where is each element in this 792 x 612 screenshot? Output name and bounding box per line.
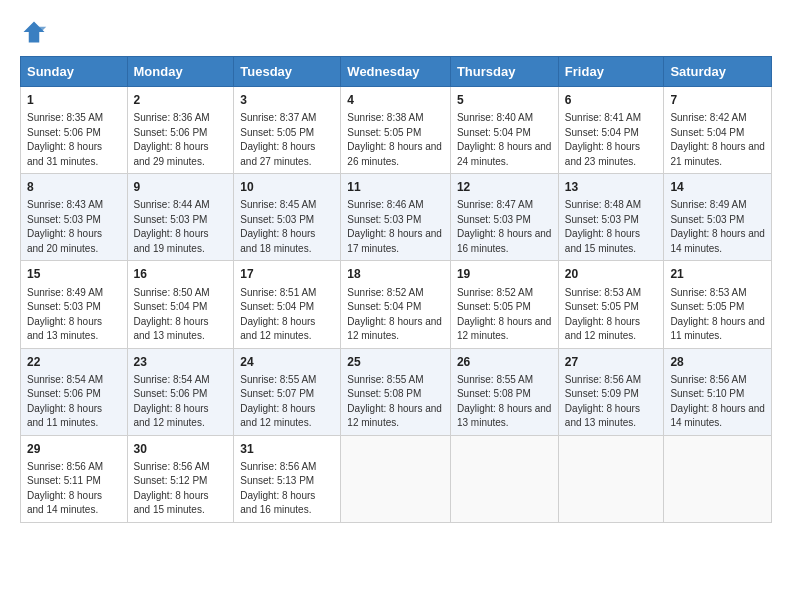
calendar-week-4: 22Sunrise: 8:54 AM Sunset: 5:06 PM Dayli… bbox=[21, 348, 772, 435]
day-number: 1 bbox=[27, 92, 121, 108]
day-number: 14 bbox=[670, 179, 765, 195]
weekday-header-friday: Friday bbox=[558, 57, 664, 87]
day-info: Sunrise: 8:45 AM Sunset: 5:03 PM Dayligh… bbox=[240, 199, 316, 254]
day-info: Sunrise: 8:54 AM Sunset: 5:06 PM Dayligh… bbox=[27, 374, 103, 429]
day-info: Sunrise: 8:36 AM Sunset: 5:06 PM Dayligh… bbox=[134, 112, 210, 167]
calendar-cell: 12Sunrise: 8:47 AM Sunset: 5:03 PM Dayli… bbox=[450, 174, 558, 261]
calendar-cell: 4Sunrise: 8:38 AM Sunset: 5:05 PM Daylig… bbox=[341, 87, 451, 174]
calendar-cell: 9Sunrise: 8:44 AM Sunset: 5:03 PM Daylig… bbox=[127, 174, 234, 261]
calendar-week-2: 8Sunrise: 8:43 AM Sunset: 5:03 PM Daylig… bbox=[21, 174, 772, 261]
day-number: 18 bbox=[347, 266, 444, 282]
calendar-cell: 11Sunrise: 8:46 AM Sunset: 5:03 PM Dayli… bbox=[341, 174, 451, 261]
day-info: Sunrise: 8:44 AM Sunset: 5:03 PM Dayligh… bbox=[134, 199, 210, 254]
day-number: 30 bbox=[134, 441, 228, 457]
day-number: 16 bbox=[134, 266, 228, 282]
day-info: Sunrise: 8:53 AM Sunset: 5:05 PM Dayligh… bbox=[670, 287, 765, 342]
day-info: Sunrise: 8:55 AM Sunset: 5:08 PM Dayligh… bbox=[457, 374, 552, 429]
day-info: Sunrise: 8:56 AM Sunset: 5:12 PM Dayligh… bbox=[134, 461, 210, 516]
calendar-cell: 8Sunrise: 8:43 AM Sunset: 5:03 PM Daylig… bbox=[21, 174, 128, 261]
calendar-cell: 29Sunrise: 8:56 AM Sunset: 5:11 PM Dayli… bbox=[21, 435, 128, 522]
day-info: Sunrise: 8:56 AM Sunset: 5:10 PM Dayligh… bbox=[670, 374, 765, 429]
day-info: Sunrise: 8:48 AM Sunset: 5:03 PM Dayligh… bbox=[565, 199, 641, 254]
calendar-cell: 17Sunrise: 8:51 AM Sunset: 5:04 PM Dayli… bbox=[234, 261, 341, 348]
day-number: 8 bbox=[27, 179, 121, 195]
day-info: Sunrise: 8:56 AM Sunset: 5:11 PM Dayligh… bbox=[27, 461, 103, 516]
day-number: 17 bbox=[240, 266, 334, 282]
calendar-cell: 15Sunrise: 8:49 AM Sunset: 5:03 PM Dayli… bbox=[21, 261, 128, 348]
day-number: 28 bbox=[670, 354, 765, 370]
calendar-cell: 1Sunrise: 8:35 AM Sunset: 5:06 PM Daylig… bbox=[21, 87, 128, 174]
calendar-cell: 30Sunrise: 8:56 AM Sunset: 5:12 PM Dayli… bbox=[127, 435, 234, 522]
calendar-cell: 13Sunrise: 8:48 AM Sunset: 5:03 PM Dayli… bbox=[558, 174, 664, 261]
weekday-header-monday: Monday bbox=[127, 57, 234, 87]
day-number: 29 bbox=[27, 441, 121, 457]
day-number: 26 bbox=[457, 354, 552, 370]
logo-icon bbox=[20, 18, 48, 46]
calendar-cell: 25Sunrise: 8:55 AM Sunset: 5:08 PM Dayli… bbox=[341, 348, 451, 435]
day-info: Sunrise: 8:37 AM Sunset: 5:05 PM Dayligh… bbox=[240, 112, 316, 167]
day-info: Sunrise: 8:55 AM Sunset: 5:08 PM Dayligh… bbox=[347, 374, 442, 429]
day-number: 21 bbox=[670, 266, 765, 282]
calendar-cell: 23Sunrise: 8:54 AM Sunset: 5:06 PM Dayli… bbox=[127, 348, 234, 435]
calendar-cell: 3Sunrise: 8:37 AM Sunset: 5:05 PM Daylig… bbox=[234, 87, 341, 174]
header bbox=[20, 18, 772, 46]
day-number: 24 bbox=[240, 354, 334, 370]
day-number: 9 bbox=[134, 179, 228, 195]
calendar-cell: 16Sunrise: 8:50 AM Sunset: 5:04 PM Dayli… bbox=[127, 261, 234, 348]
day-number: 23 bbox=[134, 354, 228, 370]
calendar-cell: 10Sunrise: 8:45 AM Sunset: 5:03 PM Dayli… bbox=[234, 174, 341, 261]
day-info: Sunrise: 8:40 AM Sunset: 5:04 PM Dayligh… bbox=[457, 112, 552, 167]
day-info: Sunrise: 8:47 AM Sunset: 5:03 PM Dayligh… bbox=[457, 199, 552, 254]
calendar-cell: 28Sunrise: 8:56 AM Sunset: 5:10 PM Dayli… bbox=[664, 348, 772, 435]
day-number: 10 bbox=[240, 179, 334, 195]
day-number: 6 bbox=[565, 92, 658, 108]
calendar-cell: 31Sunrise: 8:56 AM Sunset: 5:13 PM Dayli… bbox=[234, 435, 341, 522]
day-number: 20 bbox=[565, 266, 658, 282]
day-info: Sunrise: 8:54 AM Sunset: 5:06 PM Dayligh… bbox=[134, 374, 210, 429]
day-number: 31 bbox=[240, 441, 334, 457]
day-number: 3 bbox=[240, 92, 334, 108]
calendar-cell: 18Sunrise: 8:52 AM Sunset: 5:04 PM Dayli… bbox=[341, 261, 451, 348]
day-info: Sunrise: 8:49 AM Sunset: 5:03 PM Dayligh… bbox=[670, 199, 765, 254]
calendar-cell bbox=[450, 435, 558, 522]
day-info: Sunrise: 8:51 AM Sunset: 5:04 PM Dayligh… bbox=[240, 287, 316, 342]
calendar-cell: 21Sunrise: 8:53 AM Sunset: 5:05 PM Dayli… bbox=[664, 261, 772, 348]
weekday-header-tuesday: Tuesday bbox=[234, 57, 341, 87]
weekday-header-sunday: Sunday bbox=[21, 57, 128, 87]
day-info: Sunrise: 8:56 AM Sunset: 5:13 PM Dayligh… bbox=[240, 461, 316, 516]
calendar-table: SundayMondayTuesdayWednesdayThursdayFrid… bbox=[20, 56, 772, 523]
day-number: 5 bbox=[457, 92, 552, 108]
weekday-header-wednesday: Wednesday bbox=[341, 57, 451, 87]
logo bbox=[20, 18, 52, 46]
calendar-cell: 20Sunrise: 8:53 AM Sunset: 5:05 PM Dayli… bbox=[558, 261, 664, 348]
page: SundayMondayTuesdayWednesdayThursdayFrid… bbox=[0, 0, 792, 612]
calendar-week-5: 29Sunrise: 8:56 AM Sunset: 5:11 PM Dayli… bbox=[21, 435, 772, 522]
day-number: 15 bbox=[27, 266, 121, 282]
day-info: Sunrise: 8:42 AM Sunset: 5:04 PM Dayligh… bbox=[670, 112, 765, 167]
day-info: Sunrise: 8:56 AM Sunset: 5:09 PM Dayligh… bbox=[565, 374, 641, 429]
calendar-cell: 19Sunrise: 8:52 AM Sunset: 5:05 PM Dayli… bbox=[450, 261, 558, 348]
day-number: 11 bbox=[347, 179, 444, 195]
calendar-cell: 14Sunrise: 8:49 AM Sunset: 5:03 PM Dayli… bbox=[664, 174, 772, 261]
calendar-cell: 5Sunrise: 8:40 AM Sunset: 5:04 PM Daylig… bbox=[450, 87, 558, 174]
day-info: Sunrise: 8:49 AM Sunset: 5:03 PM Dayligh… bbox=[27, 287, 103, 342]
calendar-cell: 6Sunrise: 8:41 AM Sunset: 5:04 PM Daylig… bbox=[558, 87, 664, 174]
calendar-cell: 2Sunrise: 8:36 AM Sunset: 5:06 PM Daylig… bbox=[127, 87, 234, 174]
svg-marker-0 bbox=[24, 22, 45, 43]
calendar-header-row: SundayMondayTuesdayWednesdayThursdayFrid… bbox=[21, 57, 772, 87]
calendar-cell: 22Sunrise: 8:54 AM Sunset: 5:06 PM Dayli… bbox=[21, 348, 128, 435]
calendar-week-3: 15Sunrise: 8:49 AM Sunset: 5:03 PM Dayli… bbox=[21, 261, 772, 348]
day-info: Sunrise: 8:52 AM Sunset: 5:05 PM Dayligh… bbox=[457, 287, 552, 342]
day-number: 2 bbox=[134, 92, 228, 108]
day-info: Sunrise: 8:46 AM Sunset: 5:03 PM Dayligh… bbox=[347, 199, 442, 254]
day-number: 22 bbox=[27, 354, 121, 370]
day-number: 27 bbox=[565, 354, 658, 370]
weekday-header-thursday: Thursday bbox=[450, 57, 558, 87]
day-info: Sunrise: 8:41 AM Sunset: 5:04 PM Dayligh… bbox=[565, 112, 641, 167]
calendar-cell bbox=[558, 435, 664, 522]
calendar-cell: 7Sunrise: 8:42 AM Sunset: 5:04 PM Daylig… bbox=[664, 87, 772, 174]
day-number: 12 bbox=[457, 179, 552, 195]
calendar-cell bbox=[341, 435, 451, 522]
calendar-cell: 26Sunrise: 8:55 AM Sunset: 5:08 PM Dayli… bbox=[450, 348, 558, 435]
day-info: Sunrise: 8:38 AM Sunset: 5:05 PM Dayligh… bbox=[347, 112, 442, 167]
